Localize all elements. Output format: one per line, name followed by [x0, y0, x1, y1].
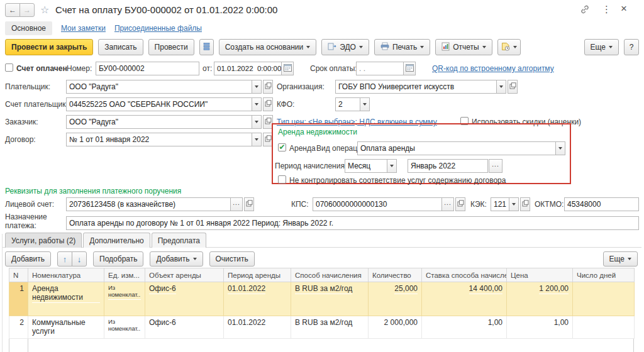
- accrual-period-dropdown-button[interactable]: [387, 159, 397, 173]
- forward-button[interactable]: →: [19, 3, 35, 17]
- kps-open-button[interactable]: [455, 197, 465, 211]
- payment-purpose-input[interactable]: Оплата аренды по договору № 1 от 01 янва…: [66, 216, 639, 230]
- payer-account-input[interactable]: 044525225 ОАО "СБЕРБАНК РОССИИ": [66, 97, 252, 111]
- register-records-button[interactable]: [199, 39, 214, 55]
- col-nomenclature[interactable]: Номенклатура: [28, 268, 104, 282]
- add-row-button[interactable]: Добавить: [5, 251, 51, 267]
- add-menu-button[interactable]: Добавить: [150, 251, 203, 267]
- organization-dropdown-button[interactable]: [496, 80, 506, 94]
- cell-n[interactable]: 2: [9, 316, 28, 339]
- organization-input[interactable]: ГОБУ ВПО Университет искусств: [335, 80, 497, 94]
- tab-main[interactable]: Основное: [5, 21, 52, 35]
- accrual-period-value-input[interactable]: Январь 2022: [408, 159, 488, 173]
- pick-button[interactable]: Подобрать: [93, 251, 143, 267]
- save-button[interactable]: Записать: [98, 39, 143, 55]
- move-down-button[interactable]: ↓: [72, 251, 87, 267]
- get-link-icon[interactable]: [580, 4, 590, 16]
- cell-price[interactable]: 1 200,00: [507, 282, 573, 316]
- col-qty[interactable]: Количество: [369, 268, 422, 282]
- date-input[interactable]: 01.01.2022 0:00:00: [214, 62, 282, 75]
- operation-kind-input[interactable]: Оплата аренды: [357, 141, 556, 155]
- cell-unit[interactable]: Из номенклат..: [104, 316, 145, 339]
- payer-account-open-button[interactable]: [263, 97, 273, 111]
- operation-kind-dropdown-button[interactable]: [555, 141, 565, 155]
- post-button[interactable]: Провести: [148, 39, 194, 55]
- col-method[interactable]: Способ начисления: [291, 268, 369, 282]
- col-days[interactable]: Число дней: [573, 268, 635, 282]
- col-rent-object[interactable]: Объект аренды: [145, 268, 224, 282]
- create-based-on-button[interactable]: Создать на основании: [219, 39, 317, 55]
- payer-dropdown-button[interactable]: [252, 80, 262, 94]
- tab-my-notes[interactable]: Мои заметки: [61, 24, 106, 33]
- tab-prepayment[interactable]: Предоплата: [152, 233, 206, 248]
- due-date-calendar-button[interactable]: [403, 62, 416, 75]
- cell-method[interactable]: В RUB за м2/год: [291, 282, 369, 316]
- table-row[interactable]: 1 Аренда недвижимости Из номенклат.. Офи…: [9, 282, 635, 316]
- close-icon[interactable]: ×: [621, 3, 627, 14]
- cell-rate[interactable]: 1,00: [422, 316, 507, 339]
- accrual-period-kind-input[interactable]: Месяц: [345, 159, 387, 173]
- print-button[interactable]: Печать: [374, 39, 430, 55]
- back-button[interactable]: ←: [5, 3, 20, 17]
- periodic-document-button[interactable]: [497, 39, 521, 55]
- table-row[interactable]: 2 Коммунальные услуги Из номенклат.. Офи…: [9, 316, 635, 339]
- kek-input[interactable]: 121: [491, 197, 509, 211]
- cell-rent-object[interactable]: Офис-6: [145, 282, 224, 316]
- col-rate[interactable]: Ставка способа начисления: [422, 268, 507, 282]
- qr-code-link[interactable]: QR-код по встроенному алгоритму: [432, 64, 554, 73]
- kps-ellipsis-button[interactable]: ...: [441, 197, 454, 211]
- clear-button[interactable]: Очистить: [209, 251, 255, 267]
- personal-account-input[interactable]: 20736123458 (в казначействе): [66, 197, 231, 211]
- tab-additional[interactable]: Дополнительно: [83, 233, 150, 248]
- cell-qty[interactable]: 25,000: [369, 282, 422, 316]
- kek-dropdown-button[interactable]: [509, 197, 519, 211]
- invoice-paid-checkbox[interactable]: [5, 63, 13, 72]
- payer-input[interactable]: ООО "Радуга": [66, 80, 252, 94]
- cell-unit[interactable]: Из номенклат..: [104, 282, 145, 316]
- help-button[interactable]: ?: [624, 39, 639, 55]
- cell-nomenclature[interactable]: Аренда недвижимости: [28, 282, 104, 316]
- cell-qty[interactable]: 2 000,000: [369, 316, 422, 339]
- kps-input[interactable]: 07060000000000130: [313, 197, 442, 211]
- payer-account-dropdown-button[interactable]: [252, 97, 262, 111]
- no-control-checkbox[interactable]: [278, 175, 286, 184]
- cell-days[interactable]: [573, 316, 635, 339]
- reports-button[interactable]: Отчеты: [435, 39, 492, 55]
- number-input[interactable]: БУ00-000002: [96, 62, 199, 75]
- items-more-button[interactable]: Еще: [603, 251, 638, 267]
- kek-open-button[interactable]: [520, 197, 530, 211]
- cell-rent-period[interactable]: 01.01.2022: [224, 282, 291, 316]
- post-and-close-button[interactable]: Провести и закрыть: [5, 39, 93, 55]
- personal-account-open-button[interactable]: [244, 197, 254, 211]
- tab-services[interactable]: Услуги, работы (2): [5, 233, 82, 248]
- date-calendar-button[interactable]: [281, 62, 294, 75]
- move-up-button[interactable]: ↑: [57, 251, 72, 267]
- customer-input[interactable]: ООО "Радуга": [66, 115, 252, 129]
- due-date-input[interactable]: . .: [356, 62, 404, 75]
- rent-checkbox[interactable]: ✔: [278, 143, 286, 151]
- oktmo-input[interactable]: 45348000: [564, 197, 639, 211]
- favorite-star-icon[interactable]: ☆: [40, 5, 49, 15]
- col-rent-period[interactable]: Период аренды: [224, 268, 291, 282]
- col-price[interactable]: Цена: [507, 268, 573, 282]
- col-n[interactable]: N: [9, 268, 28, 282]
- organization-open-button[interactable]: [508, 80, 518, 94]
- personal-account-ellipsis-button[interactable]: ...: [230, 197, 243, 211]
- contract-input[interactable]: № 1 от 01 января 2022: [66, 133, 252, 146]
- cell-rent-period[interactable]: 01.01.2022: [224, 316, 291, 339]
- cell-days[interactable]: [573, 282, 635, 316]
- kebab-menu-icon[interactable]: ⋮: [602, 4, 611, 15]
- kfo-dropdown-button[interactable]: [360, 97, 370, 111]
- cell-method[interactable]: В RUB за м2/год: [291, 316, 369, 339]
- cell-rate[interactable]: 14 400,00: [422, 282, 507, 316]
- contract-dropdown-button[interactable]: [252, 133, 262, 146]
- cell-rent-object[interactable]: Офис-6: [145, 316, 224, 339]
- tab-attached-files[interactable]: Присоединенные файлы: [114, 24, 202, 33]
- accrual-period-ellipsis-button[interactable]: ...: [489, 159, 502, 173]
- customer-dropdown-button[interactable]: [252, 115, 262, 129]
- cell-price[interactable]: 1,00: [507, 316, 573, 339]
- edo-button[interactable]: ЭДО: [321, 39, 369, 55]
- payer-open-button[interactable]: [263, 80, 273, 94]
- cell-nomenclature[interactable]: Коммунальные услуги: [28, 316, 104, 339]
- col-unit[interactable]: Ед. изм...: [104, 268, 145, 282]
